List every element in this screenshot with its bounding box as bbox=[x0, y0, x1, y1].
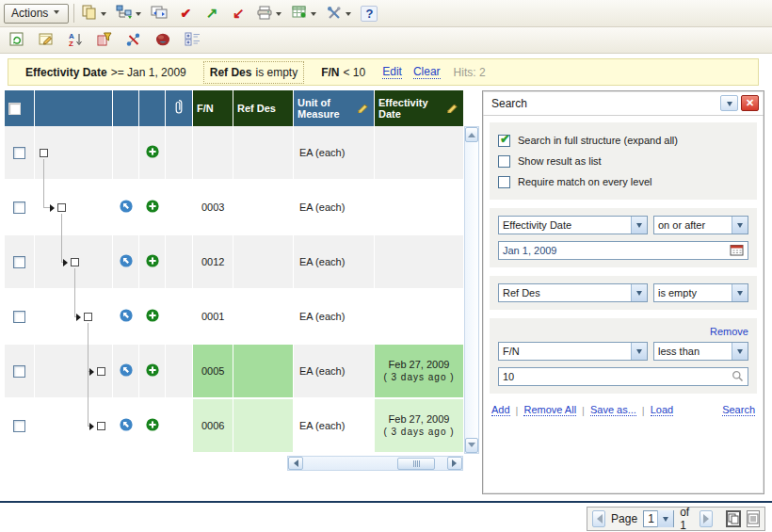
tree-expand-arrow-icon[interactable] bbox=[89, 368, 94, 376]
insert-new-icon[interactable] bbox=[146, 363, 159, 379]
table-horizontal-scrollbar[interactable] bbox=[287, 456, 463, 471]
column-header-ref-des[interactable]: Ref Des bbox=[233, 90, 294, 126]
edit-note-button[interactable] bbox=[36, 30, 56, 51]
filter-clear-link[interactable]: Clear bbox=[413, 65, 441, 79]
copy-button[interactable] bbox=[79, 3, 100, 24]
page-select[interactable]: 1 bbox=[643, 510, 674, 527]
select-all-checkbox[interactable] bbox=[8, 103, 21, 115]
table-header-row: F/NRef DesUnit of MeasureEffectivity Dat… bbox=[5, 90, 464, 126]
tree-expand-arrow-icon[interactable] bbox=[63, 259, 68, 266]
header-select-all[interactable] bbox=[5, 90, 35, 126]
view-graphics-button[interactable] bbox=[153, 30, 173, 51]
insert-existing-icon[interactable] bbox=[120, 200, 133, 215]
insert-new-icon[interactable] bbox=[146, 200, 159, 215]
row-checkbox[interactable] bbox=[13, 202, 25, 214]
tree-expand-arrow-icon[interactable] bbox=[76, 314, 81, 321]
approve-check-button[interactable]: ✔ bbox=[175, 3, 196, 24]
table-vertical-scrollbar[interactable] bbox=[464, 126, 479, 454]
search-panel: Search ✕ ✔Search in full structure (expa… bbox=[482, 90, 764, 494]
tree-expand-arrow-icon[interactable] bbox=[89, 423, 94, 430]
tree-node-box[interactable] bbox=[97, 422, 105, 430]
print-button[interactable] bbox=[254, 3, 275, 24]
insert-existing-icon[interactable] bbox=[120, 254, 133, 269]
tree-cell bbox=[35, 235, 113, 288]
row-checkbox[interactable] bbox=[13, 256, 25, 268]
checkout-arrow-button[interactable]: ↗ bbox=[201, 3, 222, 24]
criterion-operator-select[interactable]: on or after bbox=[653, 216, 748, 234]
row-checkbox[interactable] bbox=[13, 365, 25, 378]
tree-node-box[interactable] bbox=[97, 367, 105, 376]
expand-all-button[interactable] bbox=[182, 30, 202, 51]
remove-all-link[interactable]: Remove All bbox=[523, 404, 576, 416]
column-header-f-n[interactable]: F/N bbox=[193, 90, 233, 126]
scroll-left-button[interactable] bbox=[288, 457, 303, 470]
criterion-operator-select[interactable]: less than bbox=[653, 342, 748, 361]
chevron-down-icon[interactable] bbox=[346, 12, 351, 19]
chevron-down-icon[interactable] bbox=[136, 12, 141, 19]
filter-criterion[interactable]: Ref Desis empty bbox=[203, 61, 304, 84]
filter-edit-link[interactable]: Edit bbox=[382, 65, 402, 79]
scroll-up-button[interactable] bbox=[465, 127, 478, 142]
export-table-button[interactable] bbox=[289, 3, 310, 24]
insert-existing-icon[interactable] bbox=[120, 418, 133, 433]
search-option-row: ✔Search in full structure (expand all) bbox=[498, 130, 748, 151]
insert-new-icon[interactable] bbox=[146, 145, 159, 160]
row-checkbox[interactable] bbox=[13, 420, 25, 432]
search-option-checkbox[interactable] bbox=[498, 176, 510, 188]
column-header-unit-of-measure[interactable]: Unit of Measure bbox=[294, 90, 375, 126]
tree-expand-arrow-icon[interactable] bbox=[50, 204, 55, 212]
remove-link-button[interactable] bbox=[123, 30, 144, 51]
search-option-checkbox[interactable] bbox=[498, 155, 510, 168]
actions-menu-button[interactable]: Actions bbox=[4, 4, 69, 24]
tools-button[interactable] bbox=[324, 3, 345, 24]
tree-node-box[interactable] bbox=[40, 149, 48, 157]
refresh-button[interactable] bbox=[7, 30, 27, 51]
insert-existing-icon[interactable] bbox=[120, 309, 133, 324]
calendar-icon[interactable] bbox=[730, 244, 744, 258]
add-criterion-link[interactable]: Add bbox=[491, 404, 510, 416]
criterion-field-select[interactable]: Ref Des bbox=[498, 283, 648, 302]
insert-new-icon[interactable] bbox=[146, 418, 159, 433]
filter-table-button[interactable] bbox=[94, 30, 115, 51]
scrollbar-thumb[interactable] bbox=[397, 458, 435, 470]
tree-node-box[interactable] bbox=[71, 258, 79, 266]
sort-az-button[interactable]: AZ bbox=[65, 30, 86, 51]
insert-new-icon[interactable] bbox=[146, 309, 159, 324]
column-header-effectivity-date[interactable]: Effectivity Date bbox=[375, 90, 464, 126]
search-option-checkbox[interactable]: ✔ bbox=[498, 135, 510, 147]
chevron-down-icon[interactable] bbox=[276, 12, 281, 19]
list-view-toggle[interactable] bbox=[747, 510, 760, 527]
compare-button[interactable] bbox=[149, 3, 169, 24]
row-checkbox[interactable] bbox=[13, 147, 25, 159]
insert-existing-icon[interactable] bbox=[120, 363, 133, 379]
insert-new-icon[interactable] bbox=[146, 254, 159, 269]
structure-button[interactable] bbox=[114, 3, 135, 24]
scroll-down-button[interactable] bbox=[465, 438, 478, 453]
panel-collapse-button[interactable] bbox=[720, 95, 738, 111]
scroll-right-button[interactable] bbox=[447, 457, 462, 470]
filter-criterion[interactable]: Effectivity Date>= Jan 1, 2009 bbox=[20, 62, 192, 83]
criterion-operator-select[interactable]: is empty bbox=[653, 283, 748, 302]
save-as-link[interactable]: Save as... bbox=[590, 404, 636, 416]
panel-close-button[interactable]: ✕ bbox=[741, 95, 759, 111]
chevron-down-icon[interactable] bbox=[101, 12, 106, 19]
search-submit-link[interactable]: Search bbox=[722, 404, 755, 416]
previous-page-button[interactable] bbox=[592, 510, 605, 527]
row-checkbox[interactable] bbox=[13, 311, 25, 323]
magnifier-icon[interactable] bbox=[732, 370, 744, 384]
criterion-field-select[interactable]: Effectivity Date bbox=[498, 216, 648, 234]
checkin-arrow-button[interactable]: ↙ bbox=[228, 3, 249, 24]
criterion-value-input[interactable]: 10 bbox=[498, 367, 748, 386]
tree-node-box[interactable] bbox=[57, 203, 66, 212]
remove-criterion-link[interactable]: Remove bbox=[710, 326, 748, 337]
paged-view-toggle[interactable] bbox=[726, 510, 741, 527]
criterion-date-input[interactable]: Jan 1, 2009 bbox=[498, 241, 748, 260]
search-criterion-box: RemoveF/Nless than10 bbox=[490, 318, 757, 394]
tree-node-box[interactable] bbox=[84, 313, 92, 321]
chevron-down-icon[interactable] bbox=[311, 12, 316, 19]
next-page-button[interactable] bbox=[700, 510, 713, 527]
criterion-field-select[interactable]: F/N bbox=[498, 342, 648, 361]
load-link[interactable]: Load bbox=[651, 404, 673, 416]
filter-criterion[interactable]: F/N< 10 bbox=[315, 62, 371, 83]
help-button[interactable]: ? bbox=[359, 3, 379, 24]
